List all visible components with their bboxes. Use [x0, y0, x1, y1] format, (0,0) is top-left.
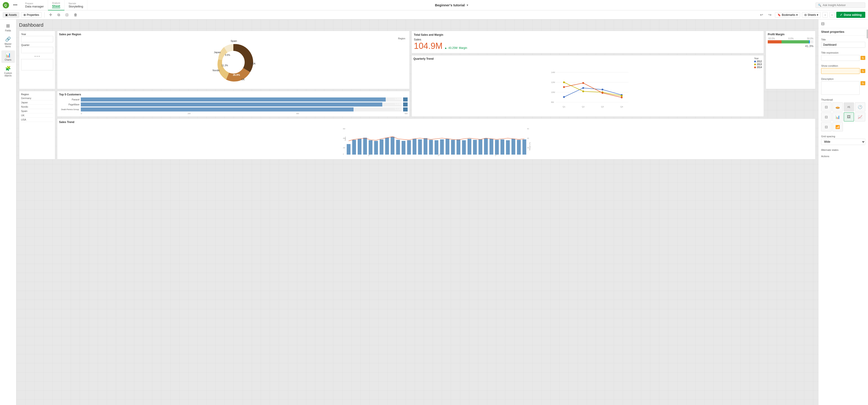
nav-analyze[interactable]: Analyze Sheet [48, 0, 64, 10]
quarterly-header: Quarterly Trend Year 2012 2013 [413, 57, 762, 69]
extra-filter-box[interactable] [21, 59, 53, 70]
legend-2012-label: 2012 [757, 60, 762, 63]
nav-prepare[interactable]: Prepare Data manager [21, 0, 48, 10]
filter-more-icon[interactable]: • • • [21, 55, 53, 58]
sheets-button[interactable]: ⊟ Sheets ▾ [802, 12, 821, 18]
legend-2014: 2014 [754, 66, 762, 69]
right-panel: ⊟ Sheet properties Title Title expressio… [818, 20, 868, 405]
profit-axis-mid: 0.0% [788, 37, 794, 40]
description-fx-button[interactable]: fx [861, 81, 865, 85]
axis-6m: 6M [405, 112, 408, 115]
region-spain[interactable]: Spain [21, 109, 53, 113]
show-condition-label: Show condition [821, 64, 865, 67]
actions-section: Actions [821, 155, 865, 158]
legend-2013: 2013 [754, 63, 762, 66]
title-expression-input[interactable] [821, 55, 860, 61]
thumb-stacked[interactable]: 📶 [833, 122, 843, 131]
region-filter-label: Region [21, 93, 53, 96]
sheet-properties-title: Sheet properties [818, 28, 868, 35]
sales-trend-svg: 6M 4M 2M 0 50 40 30 Sales Margin (%) [59, 125, 813, 157]
nav-narrate-main: Storytelling [69, 5, 83, 8]
legend-2013-label: 2013 [757, 63, 762, 66]
sales-label: Sales [414, 38, 762, 41]
quarter-filter-box[interactable] [21, 47, 53, 53]
bookmarks-button[interactable]: 🔖 Bookmarks ▾ [775, 12, 800, 18]
thumb-bar-chart[interactable]: 📊 [833, 112, 843, 122]
app-title-dropdown[interactable]: ▾ [467, 4, 468, 7]
thumb-image[interactable]: 🖼 [844, 112, 854, 122]
paste-icon-btn[interactable]: ⊡ [64, 12, 70, 18]
region-nordic[interactable]: Nordic [21, 105, 53, 109]
thumb-number[interactable]: #1 [844, 102, 854, 111]
region-legend-label: Region [398, 37, 405, 40]
app-title[interactable]: Beginner's tutorial ▾ [87, 3, 815, 7]
alternate-states-label: Alternate states [821, 148, 865, 151]
search-input[interactable] [823, 4, 859, 7]
total-sales-widget: Total Sales and Margin Sales 104.9M ▲ 43… [411, 31, 764, 54]
region-filter-widget[interactable]: Region Germany Japan Nordic Spain UK USA [19, 91, 55, 160]
title-expression-fx-button[interactable]: fx [861, 56, 865, 60]
pagewave-bar-wrap: 5.63M [81, 102, 402, 106]
more-menu-button[interactable]: ••• [13, 3, 18, 7]
properties-button[interactable]: ⊞ Properties [21, 12, 42, 18]
st-y-2m: 2M [343, 147, 345, 149]
sales-kpi-row: 104.9M ▲ 43.25M Margin [414, 41, 762, 51]
bar-33 [522, 139, 526, 155]
bar-row-pagewave: PageWave 5.63M [59, 102, 408, 106]
charts-icon: 📊 [5, 52, 11, 58]
insight-advisor-search[interactable]: 🔍 [815, 2, 865, 8]
copy-icon-btn[interactable]: ⧉ [56, 12, 62, 18]
show-condition-fx-button[interactable]: fx [861, 69, 865, 73]
sheet-prop-icon: ⊟ [818, 20, 868, 28]
thumb-clock[interactable]: 🕐 [855, 102, 865, 111]
year-quarter-filter[interactable]: Year Quarter • • • [19, 31, 55, 89]
nav-narrate[interactable]: Narrate Storytelling [64, 0, 87, 10]
redo-button[interactable]: ↪ [767, 12, 773, 18]
st-y-6m: 6M [343, 128, 345, 130]
bar-16 [429, 140, 433, 155]
uk-label: UK [241, 78, 245, 81]
region-uk[interactable]: UK [21, 113, 53, 117]
nav-logo[interactable]: Q [3, 2, 11, 8]
thumb-line-chart[interactable]: 📈 [855, 112, 865, 122]
point-2012-q3 [601, 89, 603, 91]
bar-26 [484, 138, 488, 155]
sheet-title: Dashboard [19, 22, 815, 28]
quarterly-trend-title: Quarterly Trend [413, 57, 434, 68]
scrollbar-thumb[interactable] [867, 29, 868, 38]
grid-spacing-select[interactable]: Small Medium Wide Custom [821, 139, 865, 145]
y-8m: 8M [551, 101, 554, 103]
bar-23 [468, 139, 471, 155]
profit-margin-title: Profit Margin [768, 33, 813, 36]
bar-31 [512, 139, 515, 155]
region-germany[interactable]: Germany [21, 96, 53, 100]
title-input[interactable] [821, 42, 865, 48]
thumb-blank[interactable]: ⊟ [821, 102, 832, 111]
done-editing-button[interactable]: ✓ Done editing [836, 12, 865, 18]
thumb-pie[interactable]: 🥧 [833, 102, 843, 111]
move-icon-btn[interactable]: ✛ [47, 12, 54, 18]
undo-button[interactable]: ↩ [758, 12, 765, 18]
top-nav: Q ••• Prepare Data manager Analyze Sheet… [0, 0, 868, 10]
quarterly-trend-widget: Quarterly Trend Year 2012 2013 [411, 55, 764, 117]
sidebar-item-master-items[interactable]: 🔗 Master items [1, 35, 15, 49]
show-condition-input[interactable] [821, 68, 860, 74]
region-japan[interactable]: Japan [21, 100, 53, 105]
prev-sheet-button[interactable]: ‹ [823, 12, 828, 18]
left-sidebar: ⊞ Fields 🔗 Master items 📊 Charts 🧩 Custo… [0, 20, 16, 405]
delete-icon-btn[interactable]: 🗑 [72, 12, 79, 18]
year-filter-box[interactable] [21, 36, 53, 42]
sidebar-item-custom-objects[interactable]: 🧩 Custom objects [1, 64, 15, 79]
thumb-blank2[interactable]: ⊟ [821, 112, 832, 122]
st-y2-50: 50 [527, 128, 529, 130]
sidebar-item-fields[interactable]: ⊞ Fields [1, 21, 15, 34]
next-sheet-button[interactable]: › [830, 12, 835, 18]
sidebar-item-charts[interactable]: 📊 Charts [1, 50, 15, 63]
quarterly-trend-svg: 14M 12M 10M 8M Q1 Q2 Q3 Q4 [413, 69, 762, 110]
thumb-blank3[interactable]: ⊟ [821, 122, 832, 131]
region-usa[interactable]: USA [21, 117, 53, 122]
x-q3: Q3 [601, 106, 603, 108]
description-textarea[interactable] [821, 81, 860, 95]
assets-button[interactable]: ▣ Assets [3, 12, 19, 18]
legend-2012: 2012 [754, 60, 762, 63]
